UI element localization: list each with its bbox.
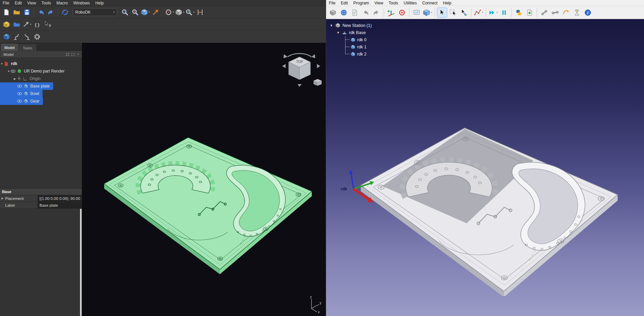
macro-button[interactable]: [2, 20, 11, 29]
menu-item-windows[interactable]: Windows: [70, 0, 93, 6]
code-braces-button[interactable]: { }: [32, 20, 42, 29]
navcube-mini-cube[interactable]: [313, 79, 322, 86]
robodk-workbench-button[interactable]: [2, 32, 11, 42]
zoom-tools-button[interactable]: ▾: [185, 7, 195, 17]
cycle-time-button[interactable]: [572, 7, 582, 18]
expand-caret-icon[interactable]: ▼: [336, 31, 340, 34]
tree-item-bowl[interactable]: Bowl: [0, 90, 43, 97]
about-info-button[interactable]: i: [583, 7, 593, 18]
draw-style-button[interactable]: ▾: [165, 7, 174, 17]
expand-caret-icon[interactable]: ▼: [0, 62, 4, 65]
menu-item-utilities[interactable]: Utilities: [401, 0, 420, 6]
property-name-cell[interactable]: ▶ Placement: [0, 195, 37, 202]
menu-item-file[interactable]: File: [0, 0, 12, 6]
python-script-button[interactable]: [514, 7, 524, 18]
navigation-cube[interactable]: TOP: [277, 47, 325, 89]
close-icon[interactable]: ×: [77, 52, 79, 56]
menu-item-help[interactable]: Help: [93, 0, 107, 6]
menu-item-help[interactable]: Help: [440, 0, 454, 6]
tree-item-gear[interactable]: Gear: [0, 97, 43, 105]
select-rectangle-button[interactable]: [448, 7, 458, 18]
fit-view-button[interactable]: [412, 7, 422, 18]
select-move-button[interactable]: [459, 7, 469, 18]
properties-group-header[interactable]: Base: [0, 189, 82, 195]
whats-this-button[interactable]: ?: [43, 20, 52, 29]
menu-item-tools[interactable]: Tools: [386, 0, 401, 6]
open-station-button[interactable]: [339, 7, 349, 18]
measure-tools-button[interactable]: ▾: [473, 7, 484, 18]
open-document-button[interactable]: [12, 7, 21, 17]
axonometric-view-button[interactable]: ▾: [141, 7, 150, 17]
float-panel-icon[interactable]: [66, 53, 69, 56]
tree-item-rdk-base[interactable]: ▼ rdk Base: [329, 29, 372, 36]
property-row[interactable]: ▶ Label Base plate: [0, 202, 82, 209]
menu-item-file[interactable]: File: [326, 0, 338, 6]
add-target-button[interactable]: [397, 7, 407, 18]
appearance-button[interactable]: ▾: [175, 7, 184, 17]
menu-item-edit[interactable]: Edit: [12, 0, 25, 6]
robodk-settings-button[interactable]: [32, 32, 42, 42]
new-document-button[interactable]: [2, 7, 11, 17]
move-circular-button[interactable]: [561, 7, 571, 18]
freecad-3d-viewport[interactable]: TOP z y x: [82, 43, 326, 316]
zoom-fit-button[interactable]: [120, 7, 130, 17]
export-button[interactable]: ▾: [22, 20, 32, 29]
navcube-top-label[interactable]: TOP: [296, 60, 303, 64]
fast-simulation-button[interactable]: ▾: [488, 7, 498, 18]
property-name-cell[interactable]: ▶ Label: [0, 202, 37, 208]
menu-item-program[interactable]: Program: [351, 0, 372, 6]
menu-item-connect[interactable]: Connect: [420, 0, 440, 6]
property-value-cell[interactable]: Base plate: [37, 202, 82, 208]
view-orientation-button[interactable]: ▾: [422, 7, 433, 18]
expand-caret-icon[interactable]: ▼: [329, 24, 333, 27]
zoom-selection-button[interactable]: [130, 7, 140, 17]
new-station-button[interactable]: [328, 7, 338, 18]
panel-scrollbar[interactable]: [80, 209, 82, 316]
workbench-selector[interactable]: RoboDK ▾: [73, 8, 117, 16]
select-button[interactable]: [437, 7, 447, 18]
undo-button[interactable]: [360, 7, 371, 18]
undo-button[interactable]: [36, 7, 46, 17]
tree-item-base-plate[interactable]: Base plate: [0, 82, 53, 90]
property-value-cell[interactable]: [(1.00 0.00 0.00); 90.00 ...: [37, 195, 82, 202]
tree-item-ur-demo-part-render[interactable]: ▼ UR Demo part Render: [0, 67, 82, 75]
navcube-left-arrow[interactable]: [282, 64, 286, 68]
expand-caret-icon[interactable]: ▶: [1, 197, 4, 200]
tree-item-rdk-0[interactable]: rdk 0: [329, 36, 372, 43]
expand-caret-icon[interactable]: ▼: [7, 70, 11, 73]
tree-item-rdk[interactable]: ▼ rdk: [0, 60, 82, 67]
menu-item-edit[interactable]: Edit: [338, 0, 351, 6]
save-button[interactable]: [22, 7, 32, 17]
tab-model[interactable]: Model: [1, 44, 18, 51]
tree-item-rdk-2[interactable]: rdk 2: [329, 50, 372, 58]
tree-item-rdk-1[interactable]: rdk 1: [329, 43, 372, 50]
collapse-caret-icon[interactable]: ▶: [13, 77, 17, 80]
add-reference-frame-button[interactable]: [386, 7, 396, 18]
move-linear-button[interactable]: [550, 7, 560, 18]
sync-view-button[interactable]: [151, 7, 160, 17]
base-plate-model-green[interactable]: [95, 131, 317, 275]
dock-panel-icon[interactable]: [71, 53, 75, 56]
navcube-right-arrow[interactable]: [317, 64, 320, 68]
robodk-3d-viewport[interactable]: ▼ New Station (1) ▼ rdk Base rdk 0 rdk 1…: [326, 19, 644, 316]
robot-update-button[interactable]: [22, 32, 32, 42]
tree-item-origin[interactable]: ▶ Origin: [0, 75, 82, 82]
tab-tasks[interactable]: Tasks: [19, 44, 36, 51]
open-macro-button[interactable]: [12, 20, 21, 29]
move-joint-button[interactable]: [539, 7, 549, 18]
base-plate-model-gray[interactable]: [348, 123, 625, 296]
menu-item-view[interactable]: View: [372, 0, 386, 6]
refresh-button[interactable]: [60, 7, 70, 17]
reference-frame-axes[interactable]: rdk: [340, 168, 384, 209]
tree-item-new-station[interactable]: ▼ New Station (1): [329, 22, 372, 29]
menu-item-tools[interactable]: Tools: [39, 0, 54, 6]
measure-button[interactable]: [195, 7, 205, 17]
navcube-down-arrow[interactable]: [297, 84, 302, 87]
robot-export-button[interactable]: [12, 32, 21, 42]
property-row[interactable]: ▶ Placement [(1.00 0.00 0.00); 90.00 ...: [0, 195, 82, 202]
save-station-button[interactable]: [350, 7, 360, 18]
menu-item-view[interactable]: View: [25, 0, 39, 6]
redo-button[interactable]: [371, 7, 382, 18]
pause-simulation-button[interactable]: [499, 7, 509, 18]
redo-button[interactable]: [46, 7, 56, 17]
